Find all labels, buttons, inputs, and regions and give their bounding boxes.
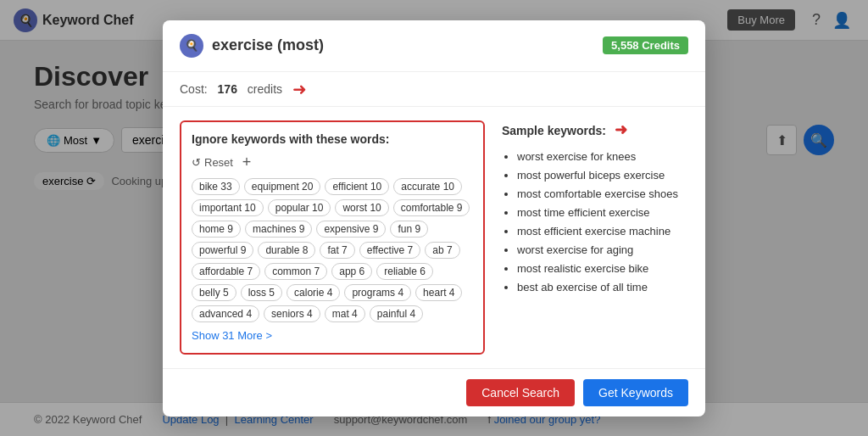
get-keywords-button[interactable]: Get Keywords — [583, 379, 688, 406]
show-more-link[interactable]: Show 31 More > — [192, 329, 272, 342]
keyword-chip[interactable]: machines 9 — [245, 221, 312, 238]
arrow-to-credits: ➜ — [292, 79, 307, 99]
keyword-chip[interactable]: important 10 — [192, 199, 264, 216]
keyword-chip[interactable]: calorie 4 — [287, 284, 340, 301]
keyword-chip[interactable]: affordable 7 — [192, 263, 260, 280]
keyword-chip[interactable]: reliable 6 — [376, 263, 433, 280]
credits-badge: 5,558 Credits — [603, 36, 688, 54]
sample-keyword-item: most comfortable exercise shoes — [517, 185, 688, 204]
cost-unit: credits — [248, 82, 282, 96]
keyword-chip[interactable]: app 6 — [331, 263, 372, 280]
keyword-chip[interactable]: common 7 — [264, 263, 327, 280]
modal-dialog: 🍳 exercise (most) 5,558 Credits Cost: 17… — [163, 20, 705, 416]
sample-keyword-item: most time efficient exercise — [517, 204, 688, 222]
modal-body: Ignore keywords with these words: ↺ Rese… — [163, 107, 705, 368]
keyword-chip[interactable]: comfortable 9 — [393, 199, 470, 216]
keyword-chip[interactable]: seniors 4 — [264, 305, 320, 322]
keyword-chip[interactable]: mat 4 — [325, 305, 365, 322]
modal-title: exercise (most) — [212, 36, 594, 54]
sample-title-text: Sample keywords: — [502, 124, 606, 137]
keyword-chip[interactable]: powerful 9 — [192, 242, 253, 259]
keyword-chip[interactable]: ab 7 — [425, 242, 459, 259]
ignore-controls: ↺ Reset + — [192, 154, 473, 171]
sample-title: Sample keywords: ➜ — [502, 120, 688, 139]
keyword-chip[interactable]: effective 7 — [359, 242, 420, 259]
keyword-chip[interactable]: fun 9 — [390, 221, 428, 238]
keyword-chip[interactable]: programs 4 — [344, 284, 411, 301]
cancel-search-button[interactable]: Cancel Search — [466, 379, 575, 406]
keyword-chip[interactable]: equipment 20 — [244, 178, 321, 195]
keyword-chip[interactable]: accurate 10 — [393, 178, 462, 195]
keyword-chip[interactable]: durable 8 — [258, 242, 315, 259]
keyword-chip[interactable]: worst 10 — [335, 199, 388, 216]
cost-label: Cost: — [180, 82, 208, 96]
keyword-chip[interactable]: bike 33 — [192, 178, 240, 195]
keyword-chip[interactable]: advanced 4 — [192, 305, 259, 322]
sample-panel: Sample keywords: ➜ worst exercise for kn… — [502, 120, 688, 355]
modal-overlay[interactable]: 🍳 exercise (most) 5,558 Credits Cost: 17… — [0, 0, 868, 436]
ignore-panel-title: Ignore keywords with these words: — [192, 132, 473, 146]
keyword-chip[interactable]: belly 5 — [192, 284, 236, 301]
add-keyword-button[interactable]: + — [238, 154, 255, 171]
keyword-chip[interactable]: expensive 9 — [316, 221, 386, 238]
sample-keyword-item: worst exercise for aging — [517, 241, 688, 260]
reset-label: Reset — [204, 156, 233, 169]
sample-keyword-item: worst exercise for knees — [517, 148, 688, 166]
sample-keyword-item: best ab exercise of all time — [517, 278, 688, 297]
sample-keyword-item: most powerful biceps exercise — [517, 166, 688, 185]
keyword-chip[interactable]: efficient 10 — [325, 178, 389, 195]
reset-icon: ↺ — [192, 156, 201, 169]
ignore-panel: Ignore keywords with these words: ↺ Rese… — [180, 120, 485, 355]
sample-keyword-item: most efficient exercise machine — [517, 222, 688, 241]
modal-cost-row: Cost: 176 credits ➜ — [163, 72, 705, 107]
cost-value: 176 — [218, 82, 237, 96]
keyword-chip[interactable]: painful 4 — [370, 305, 423, 322]
keyword-chip[interactable]: home 9 — [192, 221, 241, 238]
keyword-chip[interactable]: popular 10 — [268, 199, 331, 216]
modal-footer: Cancel Search Get Keywords — [163, 368, 705, 416]
keyword-chips-container: bike 33equipment 20efficient 10accurate … — [192, 178, 473, 322]
keyword-chip[interactable]: loss 5 — [241, 284, 282, 301]
modal-logo-icon: 🍳 — [180, 34, 203, 58]
sample-keyword-item: most realistic exercise bike — [517, 260, 688, 278]
keyword-chip[interactable]: fat 7 — [320, 242, 354, 259]
arrow-to-samples: ➜ — [615, 121, 627, 138]
modal-header: 🍳 exercise (most) 5,558 Credits — [163, 20, 705, 72]
sample-keywords-list: worst exercise for kneesmost powerful bi… — [502, 148, 688, 298]
keyword-chip[interactable]: heart 4 — [415, 284, 462, 301]
reset-button[interactable]: ↺ Reset — [192, 156, 233, 169]
